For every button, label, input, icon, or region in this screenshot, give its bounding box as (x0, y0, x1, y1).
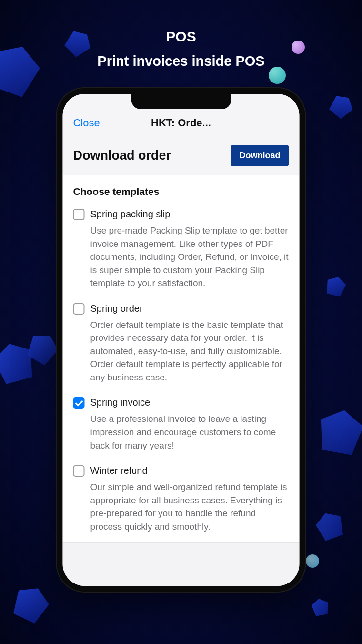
template-desc: Order default template is the basic temp… (90, 318, 289, 384)
page-subtitle: Print invoices inside POS (0, 53, 362, 69)
checkbox-spring-order[interactable] (73, 303, 85, 315)
phone-frame: Close HKT: Orde... Download order Downlo… (56, 87, 306, 593)
template-item-spring-packing-slip: Spring packing slip Use pre-made Packing… (73, 208, 289, 290)
template-desc: Use a professional invoice to leave a la… (90, 412, 289, 452)
section-title: Choose templates (73, 186, 289, 197)
checkbox-spring-packing-slip[interactable] (73, 209, 85, 220)
template-text: Winter refund Our simple and well-organi… (90, 464, 289, 533)
template-item-spring-order: Spring order Order default template is t… (73, 302, 289, 384)
close-button[interactable]: Close (73, 117, 100, 129)
template-title: Spring packing slip (90, 208, 289, 220)
app-title: HKT: Orde... (151, 117, 211, 129)
subheader: Download order Download (63, 137, 300, 175)
template-title: Spring order (90, 302, 289, 315)
bg-orb (306, 554, 319, 568)
download-button[interactable]: Download (231, 145, 289, 166)
template-title: Spring invoice (90, 396, 289, 409)
checkbox-spring-invoice[interactable] (73, 397, 85, 409)
page-heading: POS Print invoices inside POS (0, 0, 362, 69)
bg-shape (316, 407, 362, 456)
bg-shape (9, 581, 53, 625)
template-desc: Our simple and well-organized refund tem… (90, 480, 289, 533)
template-text: Spring packing slip Use pre-made Packing… (90, 208, 289, 290)
template-text: Spring invoice Use a professional invoic… (90, 396, 289, 452)
phone-screen: Close HKT: Orde... Download order Downlo… (63, 94, 300, 586)
bg-orb (269, 67, 286, 84)
panel-title: Download order (73, 148, 171, 163)
page-title: POS (0, 29, 362, 45)
template-item-spring-invoice: Spring invoice Use a professional invoic… (73, 396, 289, 452)
bg-shape (324, 275, 348, 298)
content-area: Choose templates Spring packing slip Use… (63, 175, 300, 542)
checkbox-winter-refund[interactable] (73, 465, 85, 477)
bg-shape (327, 91, 357, 121)
template-item-winter-refund: Winter refund Our simple and well-organi… (73, 464, 289, 533)
template-desc: Use pre-made Packing Slip template to ge… (90, 224, 289, 290)
phone-notch (131, 94, 231, 109)
footer-gap (63, 543, 300, 586)
bg-shape (311, 597, 330, 617)
template-text: Spring order Order default template is t… (90, 302, 289, 384)
template-title: Winter refund (90, 464, 289, 477)
bg-shape (313, 509, 346, 542)
